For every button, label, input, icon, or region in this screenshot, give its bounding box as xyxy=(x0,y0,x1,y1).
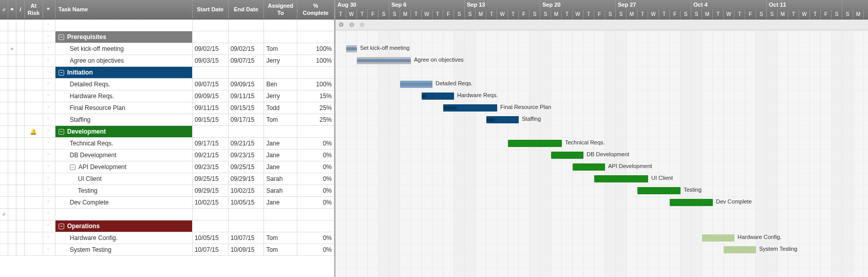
cell-assigned[interactable]: Tom xyxy=(264,232,297,244)
gantt-bar[interactable]: Set kick-off meeting xyxy=(346,45,357,52)
cell-assigned[interactable]: Jane xyxy=(264,138,297,149)
cell-assigned[interactable]: Tom xyxy=(264,43,297,54)
cell-task-name[interactable]: Technical Reqs. xyxy=(55,138,193,149)
table-row[interactable]: UI Client09/25/1509/29/15Sarah0% xyxy=(0,173,334,185)
header-assigned-to[interactable]: Assigned To xyxy=(264,0,297,19)
table-row[interactable]: Staffing09/15/1509/17/15Tom25% xyxy=(0,114,334,126)
cell-start-date[interactable]: 09/25/15 xyxy=(193,173,229,184)
table-row[interactable]: Hardware Reqs.09/09/1509/11/15Jerry15% xyxy=(0,90,334,102)
cell-end-date[interactable]: 10/07/15 xyxy=(229,232,265,244)
gantt-bar[interactable]: Agree on objectives xyxy=(357,57,411,64)
cell-task-name[interactable]: −API Development xyxy=(55,161,193,173)
cell-assigned[interactable]: Jane xyxy=(264,197,297,208)
cell-task-name[interactable]: System Testing xyxy=(55,244,193,255)
cell-end-date[interactable]: 09/07/15 xyxy=(229,55,265,66)
cell-task-name[interactable]: Hardware Reqs. xyxy=(55,90,193,102)
group-header[interactable]: −Operations xyxy=(55,220,193,232)
table-row[interactable]: −Prerequisites xyxy=(0,31,334,43)
cell-start-date[interactable]: 10/07/15 xyxy=(193,244,229,255)
collapse-icon[interactable]: − xyxy=(59,70,64,76)
cell-task-name[interactable] xyxy=(55,209,193,220)
cell-end-date[interactable]: 09/23/15 xyxy=(229,150,265,161)
header-start-date[interactable]: Start Date xyxy=(193,0,229,19)
cell-assigned[interactable]: Jerry xyxy=(264,90,297,102)
cell-complete[interactable]: 0% xyxy=(297,173,334,184)
cell-end-date[interactable] xyxy=(229,209,265,220)
cell-end-date[interactable]: 10/09/15 xyxy=(229,244,265,255)
cell-start-date[interactable] xyxy=(193,209,229,220)
gantt-bar[interactable]: Final Resource Plan xyxy=(443,104,497,112)
group-header[interactable]: −Development xyxy=(55,126,193,137)
cell-task-name[interactable]: Dev Complete xyxy=(55,197,193,208)
cell-assigned[interactable]: Sarah xyxy=(264,185,297,196)
table-row[interactable]: Agree on objectives09/03/1509/07/15Jerry… xyxy=(0,55,334,67)
collapse-icon[interactable]: − xyxy=(59,224,64,229)
table-row[interactable]: Detailed Reqs.09/07/1509/09/15Ben100% xyxy=(0,79,334,90)
gantt-bar[interactable]: Detailed Reqs. xyxy=(400,81,432,88)
cell-start-date[interactable]: 09/09/15 xyxy=(193,90,229,102)
table-row[interactable]: Final Resource Plan09/11/1509/15/15Todd2… xyxy=(0,102,334,114)
table-row[interactable]: 🔔−Development xyxy=(0,126,334,138)
cell-end-date[interactable]: 09/15/15 xyxy=(229,102,265,114)
cell-task-name[interactable]: Detailed Reqs. xyxy=(55,79,193,90)
cell-complete[interactable]: 100% xyxy=(297,79,334,90)
cell-assigned[interactable]: Todd xyxy=(264,102,297,114)
table-row[interactable]: Set kick-off meeting09/02/1509/02/15Tom1… xyxy=(0,43,334,55)
cell-assigned[interactable]: Tom xyxy=(264,114,297,125)
cell-end-date[interactable]: 09/17/15 xyxy=(229,114,265,125)
table-row[interactable]: Hardware Config.10/05/1510/07/15Tom0% xyxy=(0,232,334,244)
cell-complete[interactable]: 0% xyxy=(297,244,334,255)
cell-start-date[interactable]: 09/03/15 xyxy=(193,55,229,66)
gantt-bar[interactable]: Hardware Config. xyxy=(702,234,734,242)
gantt-bar[interactable]: System Testing xyxy=(724,246,756,253)
header-task-name[interactable]: Task Name xyxy=(55,0,193,19)
cell-task-name[interactable]: Testing xyxy=(55,185,193,196)
gantt-bar[interactable]: API Development xyxy=(573,163,605,171)
gantt-bar[interactable]: DB Development xyxy=(551,152,583,159)
cell-assigned[interactable]: Ben xyxy=(264,79,297,90)
cell-complete[interactable]: 0% xyxy=(297,232,334,244)
cell-start-date[interactable]: 09/07/15 xyxy=(193,79,229,90)
table-row[interactable]: Testing09/29/1510/02/15Sarah0% xyxy=(0,185,334,197)
cell-start-date[interactable]: 09/11/15 xyxy=(193,102,229,114)
header-flag-icon[interactable] xyxy=(43,0,55,19)
table-row[interactable]: Dev Complete10/02/1510/05/15Jane0% xyxy=(0,197,334,209)
collapse-icon[interactable]: − xyxy=(70,164,76,170)
cell-task-name[interactable]: UI Client xyxy=(55,173,193,184)
cell-end-date[interactable]: 09/21/15 xyxy=(229,138,265,149)
cell-end-date[interactable]: 10/05/15 xyxy=(229,197,265,208)
cell-task-name[interactable]: Set kick-off meeting xyxy=(55,43,193,54)
cell-assigned[interactable]: Tom xyxy=(264,244,297,255)
cell-task-name[interactable]: Final Resource Plan xyxy=(55,102,193,114)
table-row[interactable] xyxy=(0,209,334,220)
cell-assigned[interactable]: Jerry xyxy=(264,55,297,66)
cell-task-name[interactable]: Staffing xyxy=(55,114,193,125)
gantt-body[interactable]: Set kick-off meetingAgree on objectivesD… xyxy=(335,30,868,277)
cell-end-date[interactable]: 09/25/15 xyxy=(229,161,265,173)
table-row[interactable]: −Initiation xyxy=(0,67,334,79)
group-header[interactable]: −Prerequisites xyxy=(55,31,193,43)
cell-task-name[interactable]: Agree on objectives xyxy=(55,55,193,66)
cell-complete[interactable]: 15% xyxy=(297,90,334,102)
cell-task-name[interactable]: DB Development xyxy=(55,150,193,161)
cell-complete[interactable]: 25% xyxy=(297,114,334,125)
collapse-icon[interactable]: − xyxy=(59,34,64,40)
table-row[interactable] xyxy=(0,20,334,31)
header-at-risk[interactable]: At Risk xyxy=(25,0,43,19)
gantt-bar[interactable]: Dev Complete xyxy=(670,199,713,206)
cell-complete[interactable]: 0% xyxy=(297,150,334,161)
cell-assigned[interactable]: Jane xyxy=(264,150,297,161)
gantt-bar[interactable]: Staffing xyxy=(486,116,519,123)
cell-start-date[interactable]: 09/15/15 xyxy=(193,114,229,125)
cell-end-date[interactable]: 09/11/15 xyxy=(229,90,265,102)
cell-complete[interactable]: 0% xyxy=(297,185,334,196)
table-row[interactable]: Technical Reqs.09/17/1509/21/15Jane0% xyxy=(0,138,334,150)
cell-complete[interactable]: 0% xyxy=(297,197,334,208)
cell-start-date[interactable]: 09/23/15 xyxy=(193,161,229,173)
cell-complete[interactable]: 0% xyxy=(297,138,334,149)
collapse-icon[interactable]: − xyxy=(59,129,64,135)
header-comment-icon[interactable] xyxy=(8,0,16,19)
cell-end-date[interactable]: 10/02/15 xyxy=(229,185,265,196)
gantt-bar[interactable]: Hardware Reqs. xyxy=(422,93,454,100)
header-complete[interactable]: % Complete xyxy=(297,0,334,19)
